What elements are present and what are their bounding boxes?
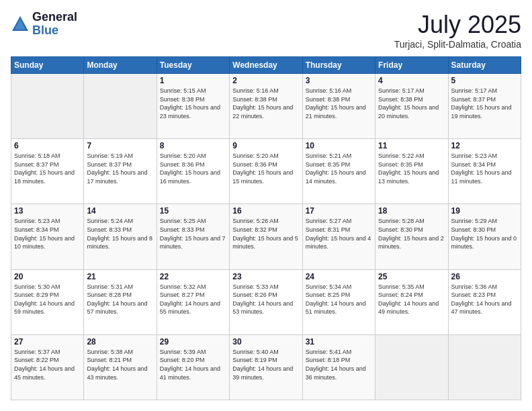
sunrise-text: Sunrise: 5:16 AM — [306, 87, 372, 95]
title-block: July 2025 Turjaci, Split-Dalmatia, Croat… — [394, 11, 521, 50]
weekday-header-monday: Monday — [84, 57, 157, 74]
calendar-cell: 4Sunrise: 5:17 AMSunset: 8:38 PMDaylight… — [375, 74, 448, 139]
daylight-text: Daylight: 15 hours and 4 minutes. — [306, 234, 372, 251]
logo-blue: Blue — [32, 24, 77, 38]
sunset-text: Sunset: 8:33 PM — [160, 226, 226, 234]
calendar-cell: 5Sunrise: 5:17 AMSunset: 8:37 PMDaylight… — [448, 74, 521, 139]
day-detail: Sunrise: 5:38 AMSunset: 8:21 PMDaylight:… — [87, 348, 153, 381]
day-detail: Sunrise: 5:26 AMSunset: 8:32 PMDaylight:… — [232, 217, 299, 250]
daylight-text: Daylight: 14 hours and 55 minutes. — [160, 300, 226, 316]
day-detail: Sunrise: 5:21 AMSunset: 8:35 PMDaylight:… — [306, 152, 372, 185]
calendar-body: 1Sunrise: 5:15 AMSunset: 8:38 PMDaylight… — [11, 74, 521, 400]
daylight-text: Daylight: 15 hours and 19 minutes. — [451, 103, 518, 120]
day-number: 29 — [160, 337, 226, 347]
daylight-text: Daylight: 14 hours and 36 minutes. — [306, 365, 372, 381]
daylight-text: Daylight: 14 hours and 45 minutes. — [14, 365, 81, 381]
sunset-text: Sunset: 8:37 PM — [14, 161, 81, 169]
sunrise-text: Sunrise: 5:38 AM — [87, 348, 153, 357]
sunrise-text: Sunrise: 5:35 AM — [378, 283, 445, 291]
day-number: 6 — [14, 141, 81, 150]
calendar-cell: 6Sunrise: 5:18 AMSunset: 8:37 PMDaylight… — [11, 139, 84, 204]
sunrise-text: Sunrise: 5:30 AM — [14, 283, 81, 291]
day-detail: Sunrise: 5:39 AMSunset: 8:20 PMDaylight:… — [160, 348, 226, 381]
daylight-text: Daylight: 15 hours and 16 minutes. — [160, 169, 226, 185]
daylight-text: Daylight: 14 hours and 59 minutes. — [14, 300, 81, 316]
weekday-header-wednesday: Wednesday — [230, 57, 302, 74]
day-number: 28 — [87, 337, 153, 347]
calendar-cell: 23Sunrise: 5:33 AMSunset: 8:26 PMDayligh… — [230, 269, 302, 334]
day-number: 25 — [378, 272, 445, 281]
sunset-text: Sunset: 8:34 PM — [14, 226, 81, 234]
day-detail: Sunrise: 5:37 AMSunset: 8:22 PMDaylight:… — [14, 348, 81, 381]
calendar-cell: 26Sunrise: 5:36 AMSunset: 8:23 PMDayligh… — [448, 269, 521, 334]
page: General Blue July 2025 Turjaci, Split-Da… — [0, 0, 532, 411]
daylight-text: Daylight: 15 hours and 8 minutes. — [87, 234, 153, 251]
day-detail: Sunrise: 5:29 AMSunset: 8:30 PMDaylight:… — [451, 217, 518, 250]
sunset-text: Sunset: 8:19 PM — [232, 356, 299, 365]
sunrise-text: Sunrise: 5:16 AM — [232, 87, 299, 95]
day-detail: Sunrise: 5:23 AMSunset: 8:34 PMDaylight:… — [451, 152, 518, 185]
sunrise-text: Sunrise: 5:27 AM — [306, 217, 372, 226]
daylight-text: Daylight: 15 hours and 14 minutes. — [306, 169, 372, 185]
calendar-cell: 19Sunrise: 5:29 AMSunset: 8:30 PMDayligh… — [448, 204, 521, 269]
sunset-text: Sunset: 8:26 PM — [232, 291, 299, 300]
day-number: 7 — [87, 141, 153, 150]
sunset-text: Sunset: 8:32 PM — [232, 226, 299, 234]
sunrise-text: Sunrise: 5:34 AM — [306, 283, 372, 291]
day-detail: Sunrise: 5:20 AMSunset: 8:36 PMDaylight:… — [160, 152, 226, 185]
day-detail: Sunrise: 5:35 AMSunset: 8:24 PMDaylight:… — [378, 283, 445, 316]
sunrise-text: Sunrise: 5:23 AM — [14, 217, 81, 226]
weekday-row: SundayMondayTuesdayWednesdayThursdayFrid… — [11, 57, 521, 74]
calendar-cell: 8Sunrise: 5:20 AMSunset: 8:36 PMDaylight… — [157, 139, 229, 204]
daylight-text: Daylight: 15 hours and 20 minutes. — [378, 103, 445, 120]
calendar-cell: 10Sunrise: 5:21 AMSunset: 8:35 PMDayligh… — [302, 139, 375, 204]
calendar-cell: 11Sunrise: 5:22 AMSunset: 8:35 PMDayligh… — [375, 139, 448, 204]
daylight-text: Daylight: 15 hours and 11 minutes. — [451, 169, 518, 185]
day-number: 9 — [232, 141, 299, 150]
day-detail: Sunrise: 5:25 AMSunset: 8:33 PMDaylight:… — [160, 217, 226, 250]
daylight-text: Daylight: 15 hours and 7 minutes. — [160, 234, 226, 251]
weekday-header-tuesday: Tuesday — [157, 57, 229, 74]
daylight-text: Daylight: 15 hours and 17 minutes. — [87, 169, 153, 185]
day-number: 4 — [378, 76, 445, 85]
day-detail: Sunrise: 5:36 AMSunset: 8:23 PMDaylight:… — [451, 283, 518, 316]
daylight-text: Daylight: 15 hours and 18 minutes. — [14, 169, 81, 185]
calendar-cell: 28Sunrise: 5:38 AMSunset: 8:21 PMDayligh… — [84, 334, 157, 400]
daylight-text: Daylight: 14 hours and 53 minutes. — [232, 300, 299, 316]
day-detail: Sunrise: 5:34 AMSunset: 8:25 PMDaylight:… — [306, 283, 372, 316]
sunrise-text: Sunrise: 5:22 AM — [378, 152, 445, 161]
sunrise-text: Sunrise: 5:41 AM — [306, 348, 372, 357]
sunset-text: Sunset: 8:29 PM — [14, 291, 81, 300]
day-number: 15 — [160, 206, 226, 216]
day-number: 8 — [160, 141, 226, 150]
day-number: 30 — [232, 337, 299, 347]
daylight-text: Daylight: 14 hours and 41 minutes. — [160, 365, 226, 381]
sunrise-text: Sunrise: 5:21 AM — [306, 152, 372, 161]
header: General Blue July 2025 Turjaci, Split-Da… — [11, 11, 521, 50]
sunrise-text: Sunrise: 5:33 AM — [232, 283, 299, 291]
daylight-text: Daylight: 14 hours and 51 minutes. — [306, 300, 372, 316]
day-detail: Sunrise: 5:31 AMSunset: 8:28 PMDaylight:… — [87, 283, 153, 316]
day-detail: Sunrise: 5:23 AMSunset: 8:34 PMDaylight:… — [14, 217, 81, 250]
sunset-text: Sunset: 8:20 PM — [160, 356, 226, 365]
day-number: 3 — [306, 76, 372, 85]
daylight-text: Daylight: 15 hours and 5 minutes. — [232, 234, 299, 251]
daylight-text: Daylight: 14 hours and 57 minutes. — [87, 300, 153, 316]
daylight-text: Daylight: 15 hours and 0 minutes. — [451, 234, 518, 251]
day-number: 31 — [306, 337, 372, 347]
day-number: 5 — [451, 76, 518, 85]
day-number: 13 — [14, 206, 81, 216]
day-number: 17 — [306, 206, 372, 216]
sunrise-text: Sunrise: 5:20 AM — [160, 152, 226, 161]
day-number: 14 — [87, 206, 153, 216]
calendar-cell — [84, 74, 157, 139]
sunrise-text: Sunrise: 5:23 AM — [451, 152, 518, 161]
day-number: 1 — [160, 76, 226, 85]
day-detail: Sunrise: 5:32 AMSunset: 8:27 PMDaylight:… — [160, 283, 226, 316]
day-number: 11 — [378, 141, 445, 150]
day-detail: Sunrise: 5:20 AMSunset: 8:36 PMDaylight:… — [232, 152, 299, 185]
day-detail: Sunrise: 5:33 AMSunset: 8:26 PMDaylight:… — [232, 283, 299, 316]
sunset-text: Sunset: 8:28 PM — [87, 291, 153, 300]
weekday-header-saturday: Saturday — [448, 57, 521, 74]
day-number: 26 — [451, 272, 518, 281]
